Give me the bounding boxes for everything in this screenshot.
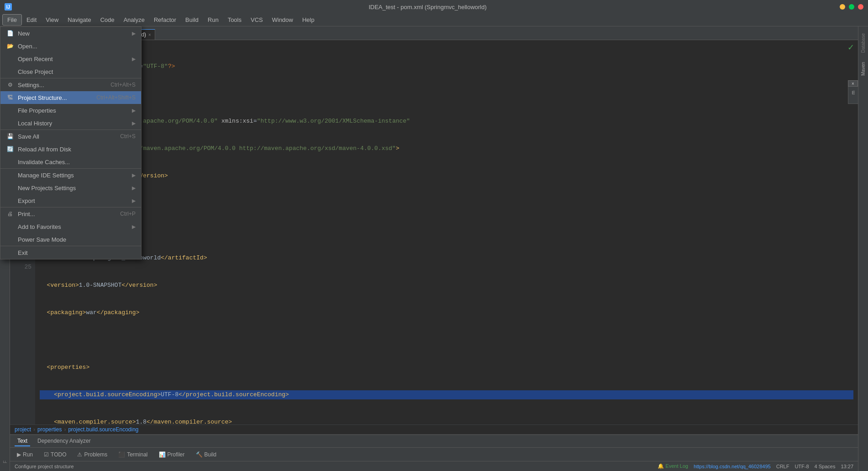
window-controls (840, 4, 863, 10)
status-crlf[interactable]: CRLF (776, 464, 790, 469)
menu-build[interactable]: Build (181, 15, 203, 25)
menu-window[interactable]: Window (267, 15, 298, 25)
close-button[interactable] (858, 4, 863, 10)
menu-edit[interactable]: Edit (22, 15, 41, 25)
build-tab[interactable]: 🔨 Build (191, 450, 221, 460)
right-panel: Database Maven (858, 26, 868, 471)
problems-icon: ⚠ (77, 451, 82, 458)
menu-project-structure[interactable]: 🏗 Project Structure... Ctrl+Alt+Shift+S (0, 91, 141, 104)
menu-save-all[interactable]: 💾 Save All Ctrl+S (0, 129, 141, 143)
terminal-icon: ⬛ (118, 451, 125, 458)
menu-view[interactable]: View (41, 15, 63, 25)
menu-new-projects-settings[interactable]: New Projects Settings ▶ (0, 181, 141, 194)
export-icon (6, 197, 14, 205)
exit-icon (6, 248, 14, 257)
file-dropdown-menu: 📄 New ▶ 📂 Open... Open Recent ▶ Close Pr… (0, 26, 141, 259)
breadcrumb-part-1[interactable]: project (15, 426, 31, 433)
power-save-icon (6, 235, 14, 243)
maximize-button[interactable] (849, 4, 854, 10)
profiler-icon: 📊 (159, 451, 166, 458)
menu-help[interactable]: Help (298, 15, 319, 25)
event-log[interactable]: 🔔 Event Log (658, 463, 688, 469)
menu-code[interactable]: Code (96, 15, 119, 25)
breadcrumb-part-3[interactable]: project.build.sourceEncoding (68, 426, 138, 433)
menu-tools[interactable]: Tools (223, 15, 246, 25)
problems-tab[interactable]: ⚠ Problems (73, 450, 112, 460)
menu-new[interactable]: 📄 New ▶ (0, 27, 141, 40)
menu-navigate[interactable]: Navigate (63, 15, 95, 25)
title-bar: IJ IDEA_test - pom.xml (Springmvc_hellow… (0, 0, 868, 14)
menu-file[interactable]: File (2, 14, 22, 26)
menu-open[interactable]: 📂 Open... (0, 40, 141, 52)
menu-export[interactable]: Export ▶ (0, 194, 141, 207)
code-line-13: <project.build.sourceEncoding>UTF-8</pro… (40, 390, 853, 399)
local-history-icon (6, 119, 14, 127)
minimize-button[interactable] (840, 4, 845, 10)
breadcrumb-sep-1: › (33, 426, 35, 433)
todo-tab[interactable]: ☑ TODO (39, 450, 71, 460)
menu-analyze[interactable]: Analyze (119, 15, 149, 25)
menu-close-project[interactable]: Close Project (0, 65, 141, 78)
code-line-8: <artifactId>Springmvc_helloworld</artifa… (40, 254, 853, 263)
code-line-3: <project xmlns="http://maven.apache.org/… (40, 117, 853, 126)
menu-vcs[interactable]: VCS (246, 15, 267, 25)
run-icon: ▶ (17, 451, 21, 458)
code-line-14: <maven.compiler.source>1.8</maven.compil… (40, 418, 853, 424)
open-recent-icon (6, 55, 14, 63)
text-tab-dependency-analyzer[interactable]: Dependency Analyzer (35, 436, 94, 446)
maven-label: m (851, 91, 856, 94)
code-line-10: <packaging>war</packaging> (40, 308, 853, 317)
status-left: Configure project structure (15, 464, 658, 469)
breadcrumb-sep-2: › (64, 426, 66, 433)
status-bar: Configure project structure 🔔 Event Log … (10, 461, 858, 471)
save-icon: 💾 (6, 132, 14, 140)
menu-print[interactable]: 🖨 Print... Ctrl+P (0, 207, 141, 220)
menu-exit[interactable]: Exit (0, 246, 141, 259)
manage-icon (6, 171, 14, 179)
status-link[interactable]: https://blog.csdn.net/qq_46028495 (694, 464, 771, 469)
new-projects-icon (6, 184, 14, 192)
menu-settings[interactable]: ⚙ Settings... Ctrl+Alt+S (0, 78, 141, 91)
open-icon: 📂 (6, 42, 14, 50)
menu-reload-disk[interactable]: 🔄 Reload All from Disk (0, 143, 141, 155)
breadcrumb: project › properties › project.build.sou… (10, 424, 858, 435)
code-line-4: xsi:schemaLocation="http://maven.apache.… (40, 144, 853, 153)
menu-file-properties[interactable]: File Properties ▶ (0, 104, 141, 117)
file-properties-icon (6, 106, 14, 114)
tab-close-button[interactable]: × (148, 32, 151, 37)
status-encoding[interactable]: UTF-8 (795, 464, 809, 469)
menu-bar: File Edit View Navigate Code Analyze Ref… (0, 14, 868, 26)
menu-run[interactable]: Run (203, 15, 223, 25)
code-line-5: <modelVersion>4.0.0</modelVersion> (40, 171, 853, 181)
terminal-tab[interactable]: ⬛ Terminal (114, 450, 152, 460)
maven-close[interactable]: × (848, 80, 858, 87)
menu-invalidate-caches[interactable]: Invalidate Caches... (0, 155, 141, 168)
sidebar-favorites-icon[interactable]: F (0, 457, 10, 466)
status-position: 13:27 (841, 464, 853, 469)
breadcrumb-part-2[interactable]: properties (37, 426, 62, 433)
invalidate-icon (6, 158, 14, 166)
right-panel-database[interactable]: Database (861, 29, 866, 57)
menu-refactor[interactable]: Refactor (149, 15, 181, 25)
text-tab-text[interactable]: Text (15, 436, 30, 446)
app-icon: IJ (5, 3, 12, 10)
status-indent[interactable]: 4 Spaces (815, 464, 836, 469)
menu-local-history[interactable]: Local History ▶ (0, 117, 141, 129)
build-icon: 🔨 (196, 451, 203, 458)
menu-open-recent[interactable]: Open Recent ▶ (0, 52, 141, 65)
menu-manage-ide[interactable]: Manage IDE Settings ▶ (0, 168, 141, 181)
profiler-tab[interactable]: 📊 Profiler (154, 450, 189, 460)
window-title: IDEA_test - pom.xml (Springmvc_helloworl… (16, 4, 840, 10)
code-line-6 (40, 199, 853, 208)
run-tab[interactable]: ▶ Run (12, 450, 37, 460)
print-icon: 🖨 (6, 210, 14, 218)
code-line-2 (40, 89, 853, 98)
code-line-1: <?xml version="1.0" encoding="UTF-8"?> (40, 62, 853, 71)
bottom-text-tabs: Text Dependency Analyzer (10, 435, 858, 447)
reload-icon: 🔄 (6, 145, 14, 153)
code-area[interactable]: <?xml version="1.0" encoding="UTF-8"?> <… (35, 40, 858, 424)
right-panel-maven[interactable]: Maven (861, 57, 866, 80)
menu-add-favorites[interactable]: Add to Favorites ▶ (0, 220, 141, 233)
code-line-7: <groupId>org.jxd</groupId> (40, 226, 853, 235)
menu-power-save[interactable]: Power Save Mode (0, 233, 141, 246)
